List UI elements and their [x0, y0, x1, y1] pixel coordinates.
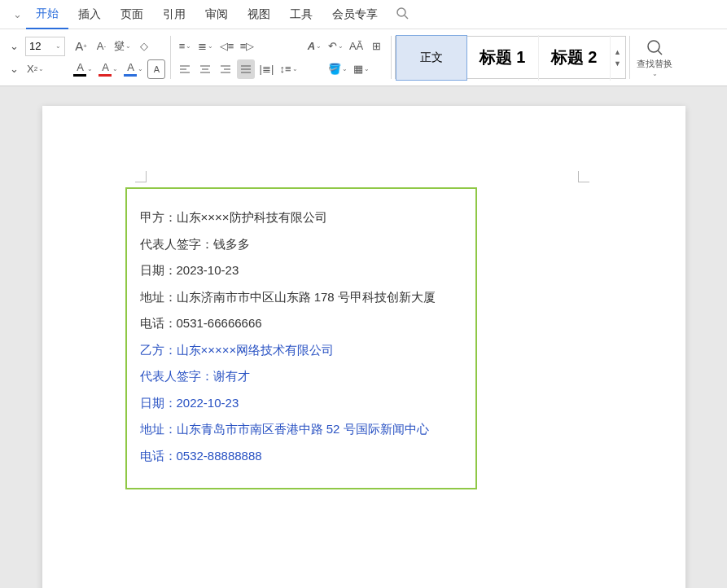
find-replace-button[interactable]: 查找替换⌄ [632, 33, 677, 82]
align-right-button[interactable] [217, 59, 234, 79]
party-b-phone[interactable]: 电话：0532-88888888 [140, 447, 462, 466]
party-a-date[interactable]: 日期：2023-10-23 [140, 261, 462, 280]
phonetic-button[interactable]: 燮⌄ [112, 37, 133, 56]
field-button[interactable]: ⊞ [368, 37, 386, 56]
char-border-button[interactable]: A [147, 59, 165, 79]
style-heading-2[interactable]: 标题 2 [539, 35, 611, 81]
party-a-signer[interactable]: 代表人签字：钱多多 [140, 235, 462, 254]
number-list-button[interactable]: ≣⌄ [196, 37, 215, 56]
prev-arrow-icon-2[interactable]: ⌄ [5, 59, 23, 79]
undo-button[interactable]: ↶⌄ [326, 37, 345, 56]
document-area[interactable]: 甲方：山东××××防护科技有限公司 代表人签字：钱多多 日期：2023-10-2… [0, 86, 727, 588]
selection-box: 甲方：山东××××防护科技有限公司 代表人签字：钱多多 日期：2023-10-2… [125, 187, 477, 489]
border-button[interactable]: ▦⌄ [352, 59, 371, 79]
party-b-date[interactable]: 日期：2022-10-23 [140, 394, 462, 413]
line-spacing-button[interactable]: ↕≡⌄ [278, 59, 299, 79]
margin-corner-right [578, 171, 589, 182]
highlight-color-button[interactable]: A⌄ [97, 59, 120, 79]
align-center-button[interactable] [196, 59, 214, 79]
distribute-button[interactable]: |≣| [257, 59, 275, 79]
party-b-name[interactable]: 乙方：山东×××××网络技术有限公司 [140, 341, 462, 360]
align-left-button[interactable] [176, 59, 194, 79]
clear-format-button[interactable]: ◇ [135, 37, 153, 56]
decrease-font-button[interactable]: A- [92, 37, 110, 56]
menu-view[interactable]: 视图 [238, 1, 280, 29]
party-a-name[interactable]: 甲方：山东××××防护科技有限公司 [140, 208, 462, 227]
style-heading-1[interactable]: 标题 1 [467, 35, 539, 81]
menu-ref[interactable]: 引用 [153, 1, 195, 29]
toolbar: ⌄ 12 ⌄ ⌄ X2⌄ A+ A- 燮⌄ ◇ A⌄ A⌄ A⌄ A ≡⌄ ≣⌄ [0, 29, 727, 86]
party-b-address[interactable]: 地址：山东青岛市市南区香港中路 52 号国际新闻中心 [140, 420, 462, 439]
show-marks-button[interactable]: AĀ [348, 37, 366, 56]
menu-insert[interactable]: 插入 [68, 1, 111, 29]
superscript-button[interactable]: X2⌄ [25, 59, 46, 79]
party-a-address[interactable]: 地址：山东济南市市中区山东路 178 号甲科技创新大厦 [140, 288, 462, 307]
increase-indent-button[interactable]: ≡▷ [238, 37, 256, 56]
menu-tools[interactable]: 工具 [280, 1, 322, 29]
party-a-phone[interactable]: 电话：0531-66666666 [140, 314, 462, 333]
party-b-signer[interactable]: 代表人签字：谢有才 [140, 367, 462, 386]
font-size-select[interactable]: 12 ⌄ [25, 37, 65, 56]
menu-start[interactable]: 开始 [26, 0, 68, 29]
styles-scroll[interactable]: ▲▼ [611, 48, 625, 68]
menu-dropdown-icon[interactable]: ⌄ [8, 5, 26, 24]
shading-color-button[interactable]: A⌄ [122, 59, 145, 79]
menu-page[interactable]: 页面 [111, 1, 153, 29]
text-effects-button[interactable]: A⌄ [306, 37, 324, 56]
menu-review[interactable]: 审阅 [195, 1, 238, 29]
style-body[interactable]: 正文 [396, 35, 467, 81]
fill-color-button[interactable]: 🪣⌄ [326, 59, 349, 79]
menu-member[interactable]: 会员专享 [322, 1, 388, 29]
svg-point-0 [397, 8, 405, 16]
svg-point-14 [648, 41, 659, 52]
font-color-button[interactable]: A⌄ [72, 59, 94, 79]
decrease-indent-button[interactable]: ◁≡ [217, 37, 235, 56]
bullet-list-button[interactable]: ≡⌄ [176, 37, 194, 56]
prev-arrow-icon[interactable]: ⌄ [5, 37, 23, 56]
menu-bar: ⌄ 开始 插入 页面 引用 审阅 视图 工具 会员专享 [0, 0, 727, 29]
styles-gallery: 正文 标题 1 标题 2 ▲▼ [395, 36, 626, 79]
increase-font-button[interactable]: A+ [72, 37, 90, 56]
document-page[interactable]: 甲方：山东××××防护科技有限公司 代表人签字：钱多多 日期：2023-10-2… [42, 106, 685, 588]
svg-line-1 [405, 15, 408, 19]
svg-line-15 [658, 50, 662, 55]
margin-corner-left [135, 171, 147, 182]
search-icon[interactable] [396, 7, 409, 23]
search-icon [646, 38, 663, 56]
align-justify-button[interactable] [237, 59, 255, 79]
